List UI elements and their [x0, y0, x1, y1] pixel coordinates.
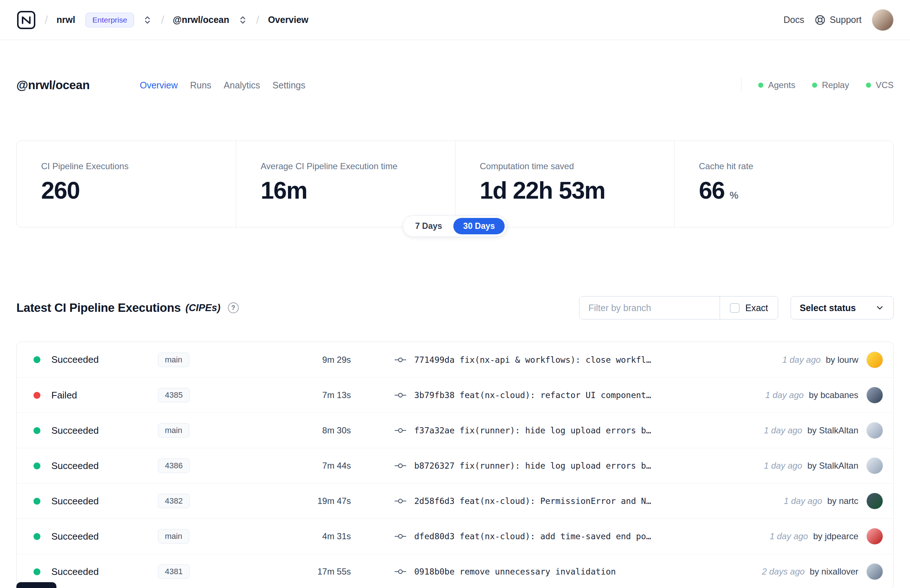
stat-card-avg-time: Average CI Pipeline Execution time 16m	[236, 141, 455, 227]
chevron-up-down-icon	[238, 15, 247, 26]
cipe-row[interactable]: Failed 4385 7m 13s 3b79fb38 feat(nx-clou…	[17, 377, 893, 413]
chevron-down-icon	[875, 303, 884, 313]
org-switcher[interactable]	[143, 15, 152, 26]
cipe-row[interactable]: Succeeded main 8m 30s f37a32ae fix(runne…	[17, 413, 893, 448]
question-circle-icon[interactable]: ?	[228, 302, 239, 313]
date-range-toggle: 7 Days 30 Days	[402, 215, 507, 237]
status-dot	[34, 569, 40, 575]
cell-meta: 1 day ago by StalkAltan	[764, 457, 894, 474]
branch-badge: main	[158, 423, 189, 438]
author: by nixallover	[810, 567, 858, 577]
duration-text: 9m 29s	[242, 355, 351, 365]
git-commit-icon	[394, 496, 406, 506]
author: by lourw	[826, 355, 858, 365]
stat-value: 16m	[260, 176, 448, 204]
cell-commit: 3b79fb38 feat(nx-cloud): refactor UI com…	[394, 391, 765, 400]
duration-text: 8m 30s	[242, 425, 351, 436]
time-ago: 1 day ago	[770, 531, 808, 541]
branch-badge: 4385	[158, 388, 190, 402]
topbar: / nrwl Enterprise / @nrwl/ocean / Overvi…	[0, 0, 910, 40]
author: by bcabanes	[809, 390, 858, 400]
commit-text: b8726327 fix(runner): hide log upload er…	[414, 461, 651, 470]
cipe-row[interactable]: Succeeded main 9m 29s 771499da fix(nx-ap…	[17, 342, 893, 377]
time-ago: 1 day ago	[765, 390, 803, 400]
avatar	[866, 563, 883, 580]
exact-checkbox[interactable]	[730, 303, 740, 313]
breadcrumb-org[interactable]: nrwl	[57, 15, 75, 25]
duration-text: 4m 31s	[242, 531, 351, 541]
cell-meta: 1 day ago by StalkAltan	[764, 422, 894, 439]
cell-commit: 0918b0be remove unnecessary invalidation	[394, 567, 762, 577]
cipe-row[interactable]: Succeeded 4382 19m 47s 2d58f6d3 feat(nx-…	[17, 483, 893, 519]
status-replay-label: Replay	[822, 80, 849, 90]
topbar-right: Docs Support	[783, 9, 894, 31]
range-30-days[interactable]: 30 Days	[454, 218, 505, 234]
tab-overview[interactable]: Overview	[140, 80, 178, 90]
tab-analytics[interactable]: Analytics	[224, 80, 260, 90]
docs-link[interactable]: Docs	[783, 15, 804, 25]
cipe-row[interactable]: Succeeded main 4m 31s dfed80d3 feat(nx-c…	[17, 519, 893, 554]
cell-status: Succeeded	[17, 460, 158, 472]
cell-branch: 4382	[158, 494, 242, 508]
cell-status: Failed	[17, 390, 158, 401]
avatar	[866, 457, 883, 474]
user-avatar[interactable]	[872, 9, 894, 31]
commit-text: f37a32ae fix(runner): hide log upload er…	[414, 426, 651, 435]
support-link[interactable]: Support	[814, 14, 862, 26]
workspace-title: @nrwl/ocean	[16, 78, 140, 92]
tab-runs[interactable]: Runs	[190, 80, 211, 90]
floating-widget[interactable]	[16, 582, 57, 588]
cipes-header: Latest CI Pipeline Executions (CIPEs) ? …	[16, 295, 894, 321]
git-commit-icon	[394, 426, 406, 435]
branch-badge: main	[158, 529, 189, 544]
cell-meta: 1 day ago by lourw	[782, 352, 893, 368]
time-ago: 2 days ago	[762, 567, 805, 577]
time-ago: 1 day ago	[784, 496, 822, 506]
breadcrumb-workspace[interactable]: @nrwl/ocean	[173, 15, 230, 25]
git-commit-icon	[394, 567, 406, 577]
chevron-up-down-icon	[143, 15, 152, 26]
nx-logo[interactable]	[16, 10, 36, 30]
cipes-title-suffix: (CIPEs)	[186, 302, 221, 313]
tab-settings[interactable]: Settings	[273, 80, 305, 90]
stats-cards: CI Pipeline Executions 260 Average CI Pi…	[16, 141, 894, 228]
workspace-header: @nrwl/ocean Overview Runs Analytics Sett…	[16, 68, 894, 102]
stat-value: 260	[41, 176, 229, 204]
status-vcs[interactable]: VCS	[866, 80, 894, 90]
branch-filter-input[interactable]	[579, 297, 719, 319]
git-commit-icon	[394, 531, 406, 541]
status-select-label: Select status	[800, 303, 856, 313]
breadcrumb-separator: /	[256, 14, 259, 26]
cell-meta: 1 day ago by nartc	[784, 493, 893, 509]
cipe-row[interactable]: Succeeded 4381 17m 55s 0918b0be remove u…	[17, 554, 893, 588]
git-commit-icon	[394, 355, 406, 365]
cell-status: Succeeded	[17, 496, 158, 507]
branch-badge: 4382	[158, 494, 190, 508]
status-replay[interactable]: Replay	[812, 80, 849, 90]
exact-filter[interactable]: Exact	[719, 297, 778, 319]
cipes-title: Latest CI Pipeline Executions	[16, 301, 181, 315]
status-dot	[34, 533, 40, 540]
status-label: Succeeded	[51, 425, 99, 436]
status-label: Failed	[51, 390, 77, 401]
git-commit-icon	[394, 461, 406, 470]
workspace-switcher[interactable]	[238, 15, 247, 26]
author: by StalkAltan	[807, 425, 858, 436]
stat-label: CI Pipeline Executions	[41, 161, 229, 171]
workspace-statuses: Agents Replay VCS	[741, 78, 894, 92]
cipe-row[interactable]: Succeeded 4386 7m 44s b8726327 fix(runne…	[17, 448, 893, 483]
cell-branch: main	[158, 529, 242, 544]
range-7-days[interactable]: 7 Days	[405, 218, 452, 234]
status-dot	[34, 392, 40, 399]
status-agents[interactable]: Agents	[758, 80, 795, 90]
cell-meta: 1 day ago by jdpearce	[770, 528, 894, 545]
stat-value: 1d 22h 53m	[480, 176, 667, 204]
duration-text: 7m 13s	[242, 390, 351, 400]
status-select-button[interactable]: Select status	[790, 296, 894, 320]
cell-status: Succeeded	[17, 566, 158, 577]
support-label: Support	[829, 15, 862, 25]
cipes-filters: Exact Select status	[579, 296, 894, 320]
commit-text: 0918b0be remove unnecessary invalidation	[414, 567, 616, 577]
status-dot	[34, 462, 40, 469]
green-dot-icon	[812, 82, 817, 88]
